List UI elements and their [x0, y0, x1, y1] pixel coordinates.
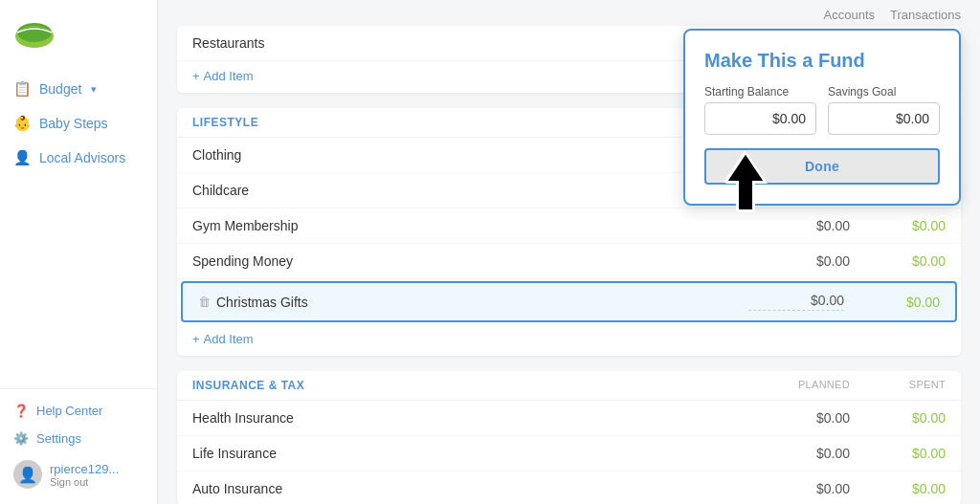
- row-planned: $0.00: [754, 253, 850, 269]
- sidebar: 📋 Budget ▾ 👶 Baby Steps 👤 Local Advisors…: [0, 0, 158, 504]
- top-bar: Accounts Transactions: [177, 0, 961, 26]
- plus-icon: +: [192, 69, 200, 83]
- savings-goal-field: Savings Goal: [828, 85, 940, 135]
- row-planned: $0.00: [754, 481, 850, 496]
- fund-popup: Make This a Fund Starting Balance Saving…: [683, 29, 961, 206]
- add-item-label: Add Item: [204, 69, 254, 83]
- row-name: Gym Membership: [192, 218, 754, 233]
- help-center-label: Help Center: [36, 404, 102, 418]
- sidebar-item-baby-steps[interactable]: 👶 Baby Steps: [0, 106, 157, 141]
- christmas-gifts-row[interactable]: 🗑 Christmas Gifts $0.00 $0.00: [181, 281, 957, 322]
- row-name: Auto Insurance: [192, 481, 754, 496]
- table-row: Life Insurance $0.00 $0.00: [177, 436, 961, 471]
- settings-label: Settings: [36, 431, 81, 446]
- row-spent: $0.00: [850, 446, 946, 461]
- sidebar-bottom: ❓ Help Center ⚙️ Settings 👤 rpierce129..…: [0, 388, 157, 504]
- add-item-label: Add Item: [204, 332, 254, 346]
- app-logo: [13, 15, 56, 50]
- trash-icon[interactable]: 🗑: [198, 295, 211, 309]
- row-planned: $0.00: [748, 293, 844, 311]
- starting-balance-label: Starting Balance: [704, 85, 816, 99]
- avatar: 👤: [13, 460, 42, 489]
- sidebar-item-help-center[interactable]: ❓ Help Center: [0, 397, 157, 425]
- row-name: 🗑 Christmas Gifts: [198, 295, 748, 310]
- row-name: Health Insurance: [192, 410, 754, 426]
- sidebar-item-budget-label: Budget: [39, 81, 81, 97]
- main-content: Accounts Transactions Restaurants $0.00 …: [158, 0, 980, 504]
- help-icon: ❓: [13, 404, 29, 418]
- table-row: Health Insurance $0.00 $0.00: [177, 401, 961, 436]
- section-header-insurance: INSURANCE & TAX PLANNED SPENT: [177, 371, 961, 401]
- row-planned: $0.00: [754, 410, 850, 426]
- row-spent: $0.00: [850, 253, 946, 269]
- row-spent: $0.00: [844, 295, 940, 310]
- budget-icon: 📋: [13, 80, 32, 98]
- row-spent: $0.00: [850, 410, 946, 426]
- row-planned: $0.00: [754, 218, 850, 233]
- table-row: Spending Money $0.00 $0.00: [177, 244, 961, 279]
- row-name: Spending Money: [192, 253, 754, 269]
- col-spent-label: SPENT: [850, 379, 946, 392]
- sidebar-item-local-advisors[interactable]: 👤 Local Advisors: [0, 141, 157, 175]
- sidebar-nav: 📋 Budget ▾ 👶 Baby Steps 👤 Local Advisors: [0, 64, 157, 388]
- starting-balance-input[interactable]: [704, 102, 816, 135]
- transactions-link[interactable]: Transactions: [890, 8, 961, 22]
- section-title-insurance: INSURANCE & TAX: [192, 379, 754, 392]
- insurance-tax-section: INSURANCE & TAX PLANNED SPENT Health Ins…: [177, 371, 961, 504]
- sidebar-item-budget[interactable]: 📋 Budget ▾: [0, 72, 157, 106]
- savings-goal-input[interactable]: [828, 102, 940, 135]
- logo-area: [0, 0, 157, 64]
- user-info: rpierce129... Sign out: [50, 462, 119, 488]
- sidebar-item-settings[interactable]: ⚙️ Settings: [0, 425, 157, 452]
- sidebar-item-baby-steps-label: Baby Steps: [39, 116, 108, 131]
- row-name: Restaurants: [192, 35, 754, 51]
- row-name: Childcare: [192, 183, 754, 198]
- fund-popup-title: Make This a Fund: [704, 50, 940, 72]
- done-button[interactable]: Done: [704, 148, 940, 185]
- row-planned: $0.00: [754, 446, 850, 461]
- row-name: Clothing: [192, 147, 754, 163]
- username: rpierce129...: [50, 462, 119, 476]
- table-row: Gym Membership $0.00 $0.00: [177, 208, 961, 244]
- lifestyle-add-item-button[interactable]: + Add Item: [177, 324, 961, 356]
- local-advisors-icon: 👤: [13, 149, 32, 166]
- user-row: 👤 rpierce129... Sign out: [0, 452, 157, 493]
- row-name: Life Insurance: [192, 446, 754, 461]
- plus-icon: +: [192, 332, 200, 346]
- section-title-lifestyle: LIFESTYLE: [192, 116, 754, 129]
- sign-out-link[interactable]: Sign out: [50, 476, 119, 488]
- accounts-link[interactable]: Accounts: [824, 8, 875, 22]
- col-planned-label: PLANNED: [754, 379, 850, 392]
- row-spent: $0.00: [850, 218, 946, 233]
- baby-steps-icon: 👶: [13, 115, 32, 132]
- savings-goal-label: Savings Goal: [828, 85, 940, 99]
- settings-icon: ⚙️: [13, 431, 29, 446]
- sidebar-item-local-advisors-label: Local Advisors: [39, 150, 125, 165]
- row-spent: $0.00: [850, 481, 946, 496]
- table-row: Auto Insurance $0.00 $0.00: [177, 471, 961, 504]
- chevron-down-icon: ▾: [91, 83, 97, 96]
- avatar-icon: 👤: [18, 466, 37, 484]
- fund-inputs: Starting Balance Savings Goal: [704, 85, 940, 135]
- starting-balance-field: Starting Balance: [704, 85, 816, 135]
